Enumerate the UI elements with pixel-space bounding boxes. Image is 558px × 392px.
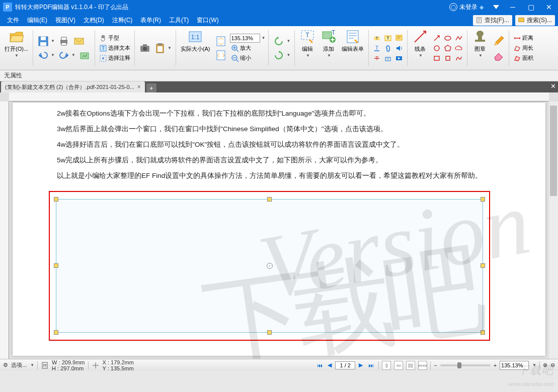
eraser-tool[interactable] xyxy=(492,49,506,62)
fit-width-button[interactable] xyxy=(214,49,228,62)
close-button[interactable]: ✕ xyxy=(540,0,558,14)
video-button[interactable] xyxy=(394,54,404,63)
select-text-tool[interactable]: T选择文本 xyxy=(98,44,131,53)
line-tool-button[interactable]: 线条▼ xyxy=(411,28,430,68)
select-annotation-tool[interactable]: 选择注释 xyxy=(98,54,131,63)
circle-tool[interactable] xyxy=(432,44,442,53)
perimeter-tool[interactable]: 周长 xyxy=(512,44,534,53)
resize-handle-bl[interactable] xyxy=(54,330,58,335)
zoom-slider[interactable] xyxy=(440,364,491,366)
add-content-button[interactable]: T 添加▼ xyxy=(319,28,338,68)
pdf-page[interactable]: 2w接着在Options选项下方会出现一个下拉框，我们在下拉框的底部找到"Lan… xyxy=(13,103,545,356)
note-button[interactable] xyxy=(394,34,404,43)
rotation-handle[interactable] xyxy=(267,263,273,269)
cloud-tool[interactable] xyxy=(454,44,464,53)
menu-edit[interactable]: 编辑(E) xyxy=(23,15,51,26)
rotate-left-button[interactable]: ▼ xyxy=(272,35,291,48)
find-button[interactable]: 查找(F)... xyxy=(473,15,512,26)
menu-annotation[interactable]: 注释(C) xyxy=(108,15,137,26)
clipboard-button[interactable]: ▼ xyxy=(153,42,173,55)
page-number-input[interactable] xyxy=(335,361,355,369)
arrow-tool[interactable] xyxy=(432,34,442,43)
stamp-button[interactable]: 图章▼ xyxy=(470,28,490,68)
last-page-button[interactable]: ⏭ xyxy=(366,361,375,370)
fit-page-button[interactable] xyxy=(214,35,228,48)
minimize-button[interactable]: ─ xyxy=(504,0,522,14)
rotate-right-button[interactable]: ▼ xyxy=(272,49,291,62)
text-highlight-button[interactable]: T xyxy=(372,34,382,43)
tab-close-all[interactable]: ✕ xyxy=(550,82,556,90)
zoom-slider-knob[interactable] xyxy=(457,362,461,368)
text-strikeout-button[interactable]: T xyxy=(372,54,382,63)
pin-button[interactable] xyxy=(489,3,504,11)
zoom-minus-button[interactable]: − xyxy=(434,362,437,368)
snapshot-button[interactable] xyxy=(138,42,152,55)
zoom-input[interactable] xyxy=(230,34,260,43)
menu-form[interactable]: 表单(R) xyxy=(136,15,165,26)
print-button[interactable] xyxy=(57,35,71,48)
ellipse-tool[interactable] xyxy=(443,34,453,43)
selection-box[interactable] xyxy=(56,199,483,333)
menu-tool[interactable]: 工具(T) xyxy=(165,15,193,26)
distance-tool[interactable]: 距离 xyxy=(512,34,534,43)
resize-handle-tl[interactable] xyxy=(54,197,58,202)
open-button[interactable]: 打开(O)...▼ xyxy=(3,28,30,68)
undo-button[interactable]: ▼ xyxy=(36,49,56,62)
menu-file[interactable]: 文件 xyxy=(3,15,23,26)
tab-close-icon[interactable]: × xyxy=(137,83,141,90)
polyline-tool[interactable] xyxy=(454,34,464,43)
sound-button[interactable] xyxy=(394,44,404,53)
continuous-view[interactable]: ▭ xyxy=(394,361,403,370)
next-page-button[interactable]: ▶ xyxy=(356,361,365,370)
rectangle-tool[interactable] xyxy=(432,54,442,63)
maximize-button[interactable]: ▢ xyxy=(522,0,540,14)
first-page-button[interactable]: ⏮ xyxy=(315,361,324,370)
redo-button[interactable]: ▼ xyxy=(57,49,76,62)
zoom-plus-button[interactable]: + xyxy=(494,362,497,368)
area-tool[interactable]: 面积 xyxy=(512,54,534,63)
attachment-button[interactable] xyxy=(383,44,393,53)
actual-size-button[interactable]: 1:1 实际大小(A) xyxy=(179,28,212,68)
resize-handle-tr[interactable] xyxy=(481,197,485,202)
edit-form-button[interactable]: 编辑表单 xyxy=(340,28,365,68)
typewriter-button[interactable]: T xyxy=(383,54,393,63)
svg-rect-4 xyxy=(40,42,46,46)
login-status: 未登录 xyxy=(459,3,477,12)
edit-content-button[interactable]: T 编辑▼ xyxy=(298,28,317,68)
resize-handle-ml[interactable] xyxy=(54,263,58,268)
hand-tool[interactable]: 手型 xyxy=(98,34,131,43)
pencil-tool[interactable] xyxy=(492,35,506,48)
zoom-dropdown[interactable]: ▼ xyxy=(262,36,266,40)
text-underline-button[interactable]: T xyxy=(372,44,382,53)
user-status[interactable]: ◯ 未登录 ◆ xyxy=(444,3,489,12)
gear-icon[interactable]: ⚙ xyxy=(3,362,8,368)
email-button[interactable] xyxy=(72,35,86,48)
document-tab[interactable]: (复制)-新建文本文档 (2)（合并）.pdf-2021-01-25-0... … xyxy=(1,81,145,92)
menu-view[interactable]: 视图(V) xyxy=(51,15,79,26)
save-button[interactable]: ▼ xyxy=(36,35,56,48)
resize-handle-bm[interactable] xyxy=(267,330,272,335)
two-continuous-view[interactable]: ▭▭ xyxy=(418,361,427,370)
search-button[interactable]: 搜索(S)... xyxy=(515,15,555,26)
resize-handle-br[interactable] xyxy=(481,330,485,335)
scan-button[interactable] xyxy=(77,49,92,62)
square-tool[interactable] xyxy=(443,54,453,63)
two-page-view[interactable]: ▯▯ xyxy=(406,361,415,370)
single-page-view[interactable]: ▯ xyxy=(382,361,391,370)
freeform-tool[interactable] xyxy=(454,54,464,63)
prev-page-button[interactable]: ◀ xyxy=(325,361,334,370)
menu-document[interactable]: 文档(D) xyxy=(79,15,108,26)
zoom-in-button[interactable]: 放大 xyxy=(230,44,266,53)
menu-window[interactable]: 窗口(W) xyxy=(193,15,222,26)
vertical-scrollbar[interactable] xyxy=(549,102,558,359)
tab-add-button[interactable]: + xyxy=(146,83,156,92)
properties-bar: 无属性 xyxy=(0,70,558,81)
scrollbar-thumb[interactable] xyxy=(550,106,557,196)
resize-handle-mr[interactable] xyxy=(481,263,485,268)
zoom-out-button[interactable]: 缩小 xyxy=(230,54,266,63)
resize-handle-tm[interactable] xyxy=(267,197,272,202)
red-rectangle-annotation[interactable] xyxy=(49,191,490,341)
options-button[interactable]: 选项... xyxy=(11,361,27,369)
text-box-button[interactable]: T xyxy=(383,34,393,43)
polygon-tool[interactable] xyxy=(443,44,453,53)
